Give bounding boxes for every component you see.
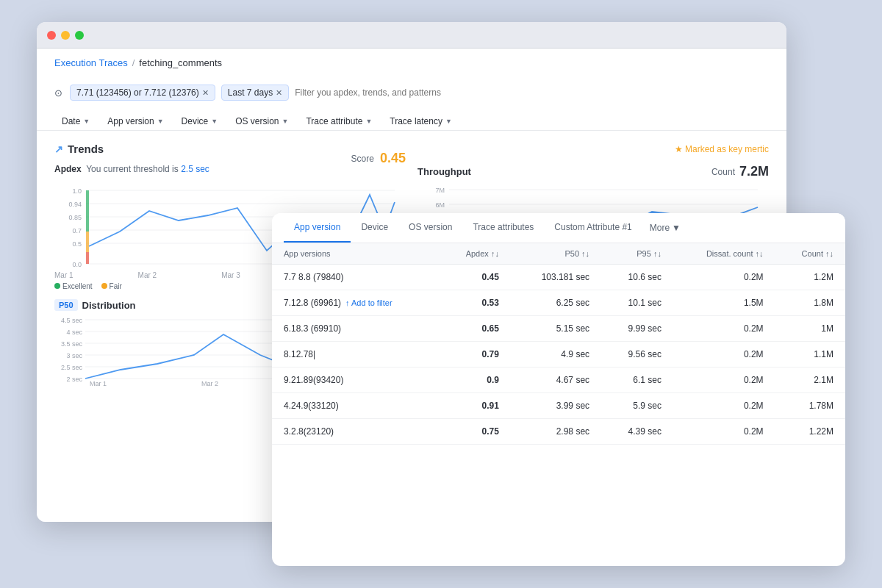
cell-count: 1.22M: [775, 419, 845, 445]
cell-dissat-count: 0.2M: [673, 368, 775, 393]
tab-os-version[interactable]: OS version: [398, 213, 462, 243]
data-table: App versions Apdex ↑↓ P50 ↑↓ P95 ↑↓ Diss: [272, 243, 845, 445]
tab-device[interactable]: Device: [351, 213, 398, 243]
breadcrumb-link[interactable]: Execution Traces: [54, 57, 128, 68]
device-btn[interactable]: Device ▼: [174, 112, 226, 130]
filter-tag-date-close[interactable]: ✕: [276, 88, 282, 98]
score-label: Score: [351, 154, 374, 164]
cell-p95: 9.99 sec: [601, 316, 673, 342]
trace-attribute-chevron-icon: ▼: [365, 118, 372, 125]
cell-p95: 10.6 sec: [601, 265, 673, 290]
cell-version: 9.21.89(93420): [272, 368, 439, 393]
filter-tag-date-label: Last 7 days: [228, 87, 273, 98]
table-body: 7.7 8.8 (79840)0.45103.181 sec10.6 sec0.…: [272, 265, 845, 445]
minimize-button[interactable]: [61, 31, 70, 40]
trends-icon: ↗: [54, 143, 63, 155]
toolbar: Date ▼ App version ▼ Device ▼ OS version…: [54, 107, 769, 130]
cell-version: 4.24.9(33120): [272, 393, 439, 419]
x-label-mar2: Mar 2: [138, 271, 157, 279]
filter-input[interactable]: [295, 87, 769, 98]
svg-text:6M: 6M: [435, 201, 445, 209]
tab-more[interactable]: More ▼: [642, 214, 688, 242]
cell-dissat-count: 0.2M: [673, 265, 775, 290]
tab-app-version[interactable]: App version: [284, 213, 351, 243]
svg-text:0.7: 0.7: [72, 227, 82, 234]
cell-version: 6.18.3 (69910): [272, 316, 439, 342]
cell-count: 1.8M: [775, 290, 845, 316]
svg-text:0.85: 0.85: [68, 214, 82, 221]
app-version-btn[interactable]: App version ▼: [100, 112, 171, 130]
trace-latency-chevron-icon: ▼: [445, 118, 452, 125]
breadcrumb-separator: /: [132, 57, 135, 68]
cell-apdex: 0.79: [439, 342, 511, 368]
apdex-threshold-value: 2.5 sec: [181, 164, 209, 174]
tab-custom-attribute[interactable]: Custom Attribute #1: [544, 213, 642, 243]
col-p50-label: P50 ↑↓: [564, 249, 589, 258]
date-chevron-icon: ▼: [83, 118, 90, 125]
col-p95[interactable]: P95 ↑↓: [601, 243, 673, 265]
key-metric-link[interactable]: ★ Marked as key mertic: [675, 144, 769, 154]
trends-header: ↗ Trends ★ Marked as key mertic: [54, 143, 769, 155]
device-label: Device: [182, 116, 209, 126]
table-row: 8.12.78|0.794.9 sec9.56 sec0.2M1.1M: [272, 342, 845, 368]
x-label-mar3: Mar 3: [221, 271, 240, 279]
apdex-title: Apdex: [54, 164, 82, 174]
throughput-count-value: 7.2M: [739, 164, 769, 179]
trace-attribute-label: Trace attribute: [306, 116, 362, 126]
svg-text:1.0: 1.0: [72, 187, 82, 195]
cell-p50: 2.98 sec: [511, 419, 601, 445]
tab-trace-attributes[interactable]: Trace attributes: [462, 213, 544, 243]
cell-dissat-count: 1.5M: [673, 290, 775, 316]
cell-p50: 6.25 sec: [511, 290, 601, 316]
svg-rect-14: [86, 252, 89, 264]
panel-tabs: App version Device OS version Trace attr…: [272, 213, 845, 243]
os-version-btn[interactable]: OS version ▼: [228, 112, 295, 130]
col-dissat-count[interactable]: Dissat. count ↑↓: [673, 243, 775, 265]
table-scroll: App versions Apdex ↑↓ P50 ↑↓ P95 ↑↓ Diss: [272, 243, 845, 531]
svg-text:0.94: 0.94: [68, 201, 82, 208]
col-apdex[interactable]: Apdex ↑↓: [439, 243, 511, 265]
trace-attribute-btn[interactable]: Trace attribute ▼: [298, 112, 379, 130]
throughput-title: Throughput: [417, 166, 471, 177]
add-filter-link[interactable]: ↑ Add to filter: [345, 298, 392, 307]
trends-title: ↗ Trends: [54, 143, 104, 155]
cell-p95: 9.56 sec: [601, 342, 673, 368]
filter-tag-date: Last 7 days ✕: [221, 85, 289, 101]
app-header: Execution Traces / fetching_comments ⊙ 7…: [37, 49, 786, 131]
table-row: 3.2.8(23120)0.752.98 sec4.39 sec0.2M1.22…: [272, 419, 845, 445]
filter-icon: ⊙: [54, 87, 62, 98]
legend-ok-label: Fair: [110, 282, 122, 290]
svg-text:0.0: 0.0: [72, 261, 82, 268]
date-btn[interactable]: Date ▼: [54, 112, 97, 130]
cell-count: 1.2M: [775, 265, 845, 290]
breadcrumb-current: fetching_comments: [139, 57, 222, 68]
app-version-label: App version: [107, 116, 154, 126]
col-app-versions-label: App versions: [284, 249, 331, 258]
svg-text:4.5 sec: 4.5 sec: [61, 317, 83, 324]
maximize-button[interactable]: [75, 31, 84, 40]
browser-titlebar: [37, 22, 786, 49]
col-count[interactable]: Count ↑↓: [775, 243, 845, 265]
close-button[interactable]: [47, 31, 56, 40]
col-p50[interactable]: P50 ↑↓: [511, 243, 601, 265]
trace-latency-btn[interactable]: Trace latency ▼: [382, 112, 459, 130]
throughput-count-area: Count 7.2M: [711, 164, 769, 179]
filter-tag-version-close[interactable]: ✕: [202, 88, 209, 98]
trends-title-text: Trends: [68, 143, 104, 155]
filter-tag-version-label: 7.71 (123456) or 7.712 (12376): [76, 87, 199, 98]
app-version-chevron-icon: ▼: [157, 118, 164, 125]
table-row: 7.12.8 (69961)↑ Add to filter0.536.25 se…: [272, 290, 845, 316]
cell-version: 8.12.78|: [272, 342, 439, 368]
svg-text:2 sec: 2 sec: [66, 376, 82, 383]
svg-rect-12: [86, 190, 89, 232]
p50-badge: P50: [54, 299, 78, 311]
svg-text:7M: 7M: [435, 187, 445, 194]
cell-apdex: 0.9: [439, 368, 511, 393]
cell-apdex: 0.91: [439, 393, 511, 419]
overlay-panel: App version Device OS version Trace attr…: [272, 213, 845, 566]
col-app-versions[interactable]: App versions: [272, 243, 439, 265]
col-dissat-count-label: Dissat. count ↑↓: [706, 249, 764, 258]
cell-apdex: 0.75: [439, 419, 511, 445]
cell-p50: 4.9 sec: [511, 342, 601, 368]
svg-text:3 sec: 3 sec: [66, 352, 82, 359]
